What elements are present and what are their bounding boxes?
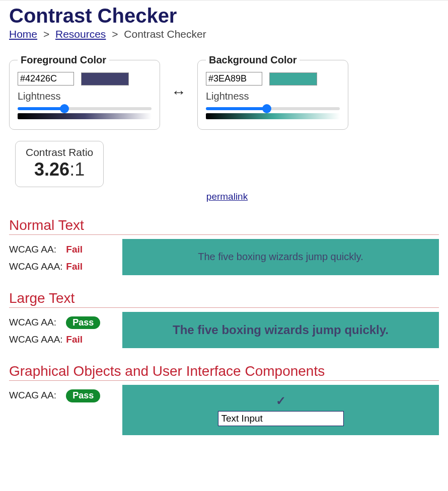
normal-aaa-result: Fail (66, 261, 83, 272)
foreground-hex-input[interactable] (18, 72, 74, 86)
contrast-ratio-box: Contrast Ratio 3.26:1 (15, 141, 104, 187)
foreground-gradient (18, 113, 152, 119)
large-aaa-result: Fail (66, 334, 83, 345)
breadcrumb-sep: > (112, 28, 118, 40)
graphical-heading: Graphical Objects and User Interface Com… (9, 363, 439, 381)
foreground-lightness-label: Lightness (18, 91, 152, 102)
large-text-summary: WCAG AA: Pass WCAG AAA: Fail (9, 312, 122, 348)
breadcrumb-resources[interactable]: Resources (55, 28, 106, 40)
normal-text-summary: WCAG AA: Fail WCAG AAA: Fail (9, 239, 122, 275)
large-aa-label: WCAG AA: (9, 314, 63, 331)
large-aa-result: Pass (66, 316, 100, 329)
breadcrumb-current: Contrast Checker (124, 28, 206, 40)
normal-text-sample[interactable]: The five boxing wizards jump quickly. (122, 239, 439, 275)
normal-aa-result: Fail (66, 244, 83, 255)
breadcrumb-home[interactable]: Home (9, 28, 37, 40)
swap-icon[interactable]: ↔ (169, 85, 188, 100)
page-title: Contrast Checker (9, 5, 439, 27)
contrast-ratio-title: Contrast Ratio (26, 146, 93, 158)
background-gradient (206, 113, 340, 119)
normal-aa-label: WCAG AA: (9, 241, 63, 258)
graphical-aa-label: WCAG AA: (9, 387, 63, 404)
breadcrumb: Home > Resources > Contrast Checker (9, 28, 439, 40)
large-text-heading: Large Text (9, 290, 439, 308)
foreground-legend: Foreground Color (18, 54, 109, 66)
large-text-sample-text: The five boxing wizards jump quickly. (173, 323, 389, 337)
check-icon: ✓ (276, 394, 286, 408)
graphical-aa-result: Pass (66, 389, 100, 402)
large-text-sample[interactable]: The five boxing wizards jump quickly. (122, 312, 439, 348)
permalink-link[interactable]: permalink (206, 191, 248, 202)
contrast-ratio-number: 3.26 (34, 159, 69, 180)
graphical-summary: WCAG AA: Pass (9, 385, 122, 435)
normal-text-sample-text: The five boxing wizards jump quickly. (198, 251, 363, 263)
normal-aaa-label: WCAG AAA: (9, 258, 63, 275)
foreground-panel: Foreground Color Lightness (9, 54, 160, 130)
foreground-swatch[interactable] (81, 72, 129, 86)
sample-text-input[interactable] (218, 411, 344, 426)
large-aaa-label: WCAG AAA: (9, 331, 63, 348)
background-panel: Background Color Lightness (197, 54, 348, 130)
contrast-ratio-suffix: :1 (69, 159, 85, 180)
background-swatch[interactable] (269, 72, 317, 86)
background-lightness-label: Lightness (206, 91, 340, 102)
graphical-sample: ✓ (122, 385, 439, 435)
background-legend: Background Color (206, 54, 300, 66)
normal-text-heading: Normal Text (9, 217, 439, 235)
breadcrumb-sep: > (43, 28, 49, 40)
background-lightness-slider[interactable] (206, 107, 340, 110)
foreground-lightness-slider[interactable] (18, 107, 152, 110)
background-hex-input[interactable] (206, 72, 262, 86)
contrast-ratio-value: 3.26:1 (26, 159, 93, 180)
